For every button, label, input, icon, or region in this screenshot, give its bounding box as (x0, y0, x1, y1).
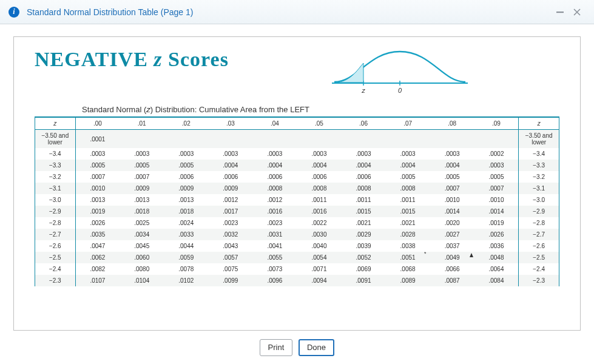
cell: .0004 (252, 160, 297, 171)
cell (164, 130, 208, 149)
cell: .0003 (386, 148, 430, 160)
page-title: NEGATIVE z Scores (35, 48, 229, 71)
cell: .0102 (164, 275, 208, 286)
col-header-00: .00 (75, 117, 120, 130)
cell: .0016 (297, 206, 341, 217)
row-label: −2.8 (35, 217, 76, 229)
cell: .0023 (208, 217, 252, 229)
cell: .0005 (386, 171, 430, 183)
cell: .0048 (474, 252, 519, 263)
cell: .0037 (430, 240, 474, 252)
col-header-z: z (519, 117, 559, 130)
cell: .0014 (474, 206, 519, 217)
print-button[interactable]: Print (260, 339, 292, 356)
cell: .0017 (208, 206, 252, 217)
z-table: z.00.01.02.03.04.05.06.07.08.09z −3.50 a… (35, 116, 559, 286)
cell: .0064 (474, 263, 519, 275)
cell: .0030 (297, 229, 341, 240)
cell: .0080 (120, 263, 164, 275)
cell: .0010 (474, 194, 519, 206)
cell: .0071 (297, 263, 341, 275)
cell: .0004 (342, 160, 386, 171)
row-label-right: −2.8 (519, 217, 559, 229)
cell: .0104 (120, 275, 164, 286)
row-label: −3.50 andlower (35, 130, 76, 149)
cell: .0044 (164, 240, 208, 252)
cell: .0031 (252, 229, 297, 240)
cell: .0005 (120, 160, 164, 171)
cell: .0052 (342, 252, 386, 263)
cell: .0013 (75, 194, 120, 206)
cell: .0003 (342, 148, 386, 160)
cell (430, 130, 474, 149)
document-frame: NEGATIVE z Scores z 0 Standard Normal (z… (0, 24, 594, 331)
cell: .0084 (474, 275, 519, 286)
cell: .0016 (252, 206, 297, 217)
col-header-02: .02 (164, 117, 208, 130)
table-body: −3.50 andlower.0001−3.50 andlower−3.4.00… (35, 130, 559, 287)
cell: .0002 (474, 148, 519, 160)
row-label: −3.1 (35, 183, 76, 194)
row-label-right: −2.3 (519, 275, 559, 286)
cell: .0068 (386, 263, 430, 275)
cell: .0003 (164, 148, 208, 160)
minimize-icon (556, 8, 564, 16)
cell: .0013 (164, 194, 208, 206)
axis-label-z: z (362, 87, 366, 94)
cell: .0034 (120, 229, 164, 240)
cell: .0087 (430, 275, 474, 286)
normal-curve-figure: z 0 (229, 48, 559, 96)
cell: .0091 (342, 275, 386, 286)
cell: .0015 (386, 206, 430, 217)
cell: .0006 (164, 171, 208, 183)
cell: .0006 (208, 171, 252, 183)
cell: .0096 (252, 275, 297, 286)
table-row: −3.4.0003.0003.0003.0003.0003.0003.0003.… (35, 148, 559, 160)
table-row: −3.50 andlower.0001−3.50 andlower (35, 130, 559, 149)
row-label: −3.0 (35, 194, 76, 206)
cell: .0010 (75, 183, 120, 194)
cell: .0012 (208, 194, 252, 206)
cell: .0045 (120, 240, 164, 252)
cell: .0055 (252, 252, 297, 263)
document-page: NEGATIVE z Scores z 0 Standard Normal (z… (13, 36, 581, 331)
cell: .0066 (430, 263, 474, 275)
cell (386, 130, 430, 149)
row-label-right: −3.50 andlower (519, 130, 559, 149)
cell: .0054 (297, 252, 341, 263)
row-label-right: −3.0 (519, 194, 559, 206)
done-button[interactable]: Done (299, 339, 334, 356)
col-header-z: z (35, 117, 76, 130)
table-row: −2.5.0062.0060.0059.0057.0055.0054.0052.… (35, 252, 559, 263)
cell: .0043 (208, 240, 252, 252)
minimize-button[interactable] (552, 4, 569, 21)
cell: .0020 (430, 217, 474, 229)
cell: .0039 (342, 240, 386, 252)
cell: .0028 (386, 229, 430, 240)
cell: .0012 (252, 194, 297, 206)
cell: .0008 (297, 183, 341, 194)
table-caption: Standard Normal (z) Distribution: Cumula… (82, 105, 559, 114)
row-label: −2.7 (35, 229, 76, 240)
cell: .0004 (430, 160, 474, 171)
row-label-right: −2.6 (519, 240, 559, 252)
col-header-04: .04 (252, 117, 297, 130)
row-label: −2.3 (35, 275, 76, 286)
cell: .0089 (386, 275, 430, 286)
cell: .0099 (208, 275, 252, 286)
table-row: −3.1.0010.0009.0009.0009.0008.0008.0008.… (35, 183, 559, 194)
close-button[interactable] (569, 4, 586, 21)
cell: .0021 (386, 217, 430, 229)
row-label: −3.3 (35, 160, 76, 171)
cell: .0025 (120, 217, 164, 229)
row-label-right: −3.2 (519, 171, 559, 183)
cell: .0009 (164, 183, 208, 194)
col-header-03: .03 (208, 117, 252, 130)
table-row: −2.7.0035.0034.0033.0032.0031.0030.0029.… (35, 229, 559, 240)
cell: .0040 (297, 240, 341, 252)
window-header: i Standard Normal Distribution Table (Pa… (0, 0, 594, 24)
cell: .0001 (75, 130, 120, 149)
cell: .0019 (474, 217, 519, 229)
cell (252, 130, 297, 149)
cell: .0024 (164, 217, 208, 229)
